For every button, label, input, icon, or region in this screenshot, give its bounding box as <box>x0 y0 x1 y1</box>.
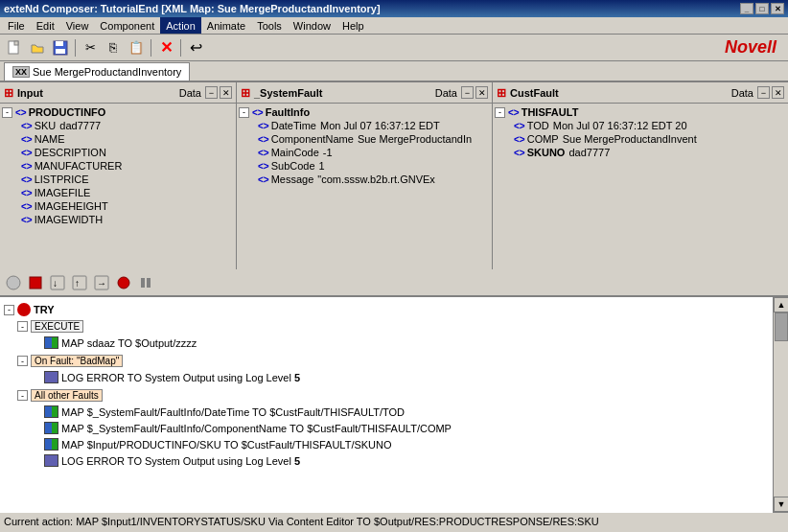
list-item: <> LISTPRICE <box>2 173 234 186</box>
system-fault-panel-title: _SystemFault <box>254 87 431 99</box>
list-item: <> Message "com.sssw.b2b.rt.GNVEx <box>239 173 490 186</box>
map-icon-3 <box>44 422 58 434</box>
flow-log-2: LOG ERROR TO System Output using Log Lev… <box>4 452 769 469</box>
menu-action[interactable]: Action <box>160 17 201 34</box>
flow-all-faults: - All other Faults <box>4 387 769 404</box>
flow-map-3: MAP $_SystemFault/FaultInfo/ComponentNam… <box>4 420 769 436</box>
undo-button[interactable]: ↩ <box>185 37 206 58</box>
flow-scrollbar[interactable]: ▲ ▼ <box>773 297 788 512</box>
animate-toolbar: ↓ ↑ → <box>0 269 788 296</box>
stop-button[interactable] <box>26 273 45 292</box>
open-button[interactable] <box>27 37 48 58</box>
input-panel-min[interactable]: − <box>205 86 218 99</box>
root3-expander[interactable]: - <box>495 107 505 118</box>
list-item: <> SKU dad7777 <box>2 119 234 132</box>
step-out-button[interactable]: ↑ <box>70 273 89 292</box>
system-fault-panel: ⊞ _SystemFault Data − ✕ - <> FaultInfo <… <box>237 82 493 269</box>
all-faults-expander[interactable]: - <box>17 390 28 401</box>
toolbar-sep-2 <box>151 39 151 57</box>
toolbar-sep-3 <box>180 39 181 57</box>
fault-box: On Fault: "BadMap" <box>31 355 123 367</box>
cf-panel-min[interactable]: − <box>757 86 770 99</box>
try-label: TRY <box>34 304 55 315</box>
cf-panel-close[interactable]: ✕ <box>772 86 784 99</box>
record-button[interactable] <box>114 273 133 292</box>
cut-button[interactable]: ✂ <box>80 37 101 58</box>
svg-rect-14 <box>141 278 145 288</box>
tree-root-item: - <> PRODUCTINFO <box>2 105 234 119</box>
copy-button[interactable]: ⎘ <box>103 37 124 58</box>
map-label-1: MAP sdaaz TO $Output/zzzz <box>61 337 197 349</box>
log-icon-1 <box>44 371 58 383</box>
flow-fault: - On Fault: "BadMap" <box>4 353 769 369</box>
map-icon-2 <box>44 405 58 418</box>
try-expander[interactable]: - <box>4 305 14 315</box>
input-panel-title: Input <box>17 87 175 99</box>
panel2-expand-icon[interactable]: ⊞ <box>241 86 250 100</box>
sf-panel-close[interactable]: ✕ <box>475 86 488 99</box>
system-fault-panel-type: Data <box>435 87 457 99</box>
svg-rect-3 <box>56 41 63 46</box>
input-panel-close[interactable]: ✕ <box>220 86 232 99</box>
list-item: <> IMAGEFILE <box>2 186 234 199</box>
sf-panel-min[interactable]: − <box>461 86 474 99</box>
flow-log-1: LOG ERROR TO System Output using Log Lev… <box>4 369 769 385</box>
execute-expander[interactable]: - <box>17 321 28 332</box>
log-label-1: LOG ERROR TO System Output using Log Lev… <box>61 372 300 383</box>
svg-text:↓: ↓ <box>53 278 58 289</box>
save-button[interactable] <box>50 37 71 58</box>
panels-container: ⊞ Input Data − ✕ - <> PRODUCTINFO <> SKU… <box>0 82 788 269</box>
flow-area: - TRY - EXECUTE MAP sdaaz TO $Output/zzz… <box>0 297 773 513</box>
map-label-3: MAP $_SystemFault/FaultInfo/ComponentNam… <box>61 423 452 434</box>
step-over-button[interactable]: → <box>92 273 111 292</box>
menu-help[interactable]: Help <box>336 17 370 34</box>
cust-fault-panel-title: CustFault <box>510 87 728 99</box>
svg-point-13 <box>118 277 129 289</box>
cust-fault-panel-body: - <> THISFAULT <> TOD Mon Jul 07 16:37:1… <box>493 104 788 161</box>
list-item: <> MainCode -1 <box>239 146 490 159</box>
root3-label: THISFAULT <box>521 106 579 118</box>
status-text: Current action: MAP $Input1/INVENTORYSTA… <box>4 516 599 527</box>
tab-badge: XX <box>12 66 30 78</box>
root-label: PRODUCTINFO <box>29 106 106 118</box>
root-expander[interactable]: - <box>2 107 12 118</box>
list-item: <> TOD Mon Jul 07 16:37:12 EDT 20 <box>495 119 786 132</box>
menu-tools[interactable]: Tools <box>251 17 288 34</box>
scroll-up-button[interactable]: ▲ <box>774 297 788 312</box>
menu-window[interactable]: Window <box>288 17 336 34</box>
input-panel-type: Data <box>179 87 201 99</box>
log-icon-2 <box>44 454 58 467</box>
panel3-expand-icon[interactable]: ⊞ <box>497 86 506 100</box>
tab-label: Sue MergeProductandInventory <box>33 66 181 78</box>
fault-expander[interactable]: - <box>17 356 28 366</box>
maximize-button[interactable]: □ <box>755 3 769 14</box>
menu-animate[interactable]: Animate <box>201 17 251 34</box>
map-icon-4 <box>44 438 58 451</box>
play-back-button[interactable] <box>4 273 23 292</box>
list-item: <> IMAGEWIDTH <box>2 213 234 226</box>
cust-fault-panel-type: Data <box>731 87 753 99</box>
novell-logo: Novell <box>725 37 784 58</box>
tab-bar: XX Sue MergeProductandInventory <box>0 61 788 82</box>
menu-file[interactable]: File <box>2 17 31 34</box>
menu-bar: File Edit View Component Action Animate … <box>0 17 788 35</box>
active-tab[interactable]: XX Sue MergeProductandInventory <box>4 62 190 81</box>
execute-box: EXECUTE <box>31 320 83 333</box>
pause-button[interactable] <box>136 273 155 292</box>
menu-component[interactable]: Component <box>94 17 160 34</box>
delete-button[interactable]: ✕ <box>155 37 176 58</box>
root2-expander[interactable]: - <box>239 107 249 118</box>
panel-expand-icon[interactable]: ⊞ <box>4 86 13 100</box>
menu-view[interactable]: View <box>60 17 95 34</box>
tree-root-item-2: - <> FaultInfo <box>239 105 490 119</box>
scroll-down-button[interactable]: ▼ <box>774 497 788 512</box>
paste-button[interactable]: 📋 <box>126 37 147 58</box>
menu-edit[interactable]: Edit <box>31 17 60 34</box>
new-button[interactable] <box>4 37 25 58</box>
step-in-button[interactable]: ↓ <box>48 273 67 292</box>
window-title: exteNd Composer: TutorialEnd [XML Map: S… <box>4 3 381 14</box>
scroll-thumb[interactable] <box>775 312 788 341</box>
flow-map-2: MAP $_SystemFault/FaultInfo/DateTime TO … <box>4 404 769 420</box>
close-button[interactable]: ✕ <box>771 3 784 14</box>
minimize-button[interactable]: _ <box>740 3 753 14</box>
